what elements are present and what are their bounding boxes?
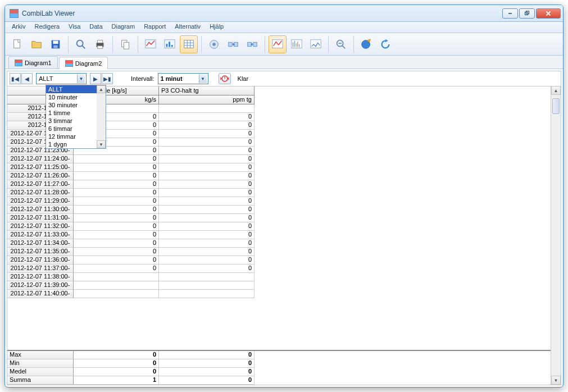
table-row[interactable]: 2012-12-07 11:32:00-00 [7,222,551,231]
table-row[interactable]: 2012-12-07 11:33:00-00 [7,231,551,239]
dropdown-scrollbar[interactable]: ▲ ▼ [97,85,106,148]
chart-bars-button[interactable] [161,35,179,53]
table-row[interactable]: 2012-12-07 11:34:00-00 [7,239,551,248]
table-row[interactable]: 2012-12-07 11:27:00-00 [7,180,551,189]
range-option[interactable]: 6 timmar [46,125,97,133]
menu-alternativ[interactable]: Alternativ [170,22,205,33]
menu-redigera[interactable]: Redigera [30,22,64,33]
table-row[interactable]: 2012-12-07 11:25:00-00 [7,163,551,172]
header-col2-unit[interactable]: ppm tg [159,95,255,104]
menu-diagram[interactable]: Diagram [107,22,140,33]
range-option[interactable]: ALLT [46,85,97,93]
chart-line-button[interactable] [142,35,160,53]
header-col2[interactable]: P3 CO-halt tg [159,86,255,95]
interval-dropdown[interactable]: 1 minut ▼ [158,73,208,84]
tab-diagram2[interactable]: Diagram2 [59,57,108,69]
restore-button[interactable] [519,8,535,19]
vertical-scrollbar[interactable]: ▲ ▼ [551,86,561,385]
value-cell: 0 [159,163,255,172]
range-option[interactable]: 10 minuter [46,93,97,101]
scroll-up-icon[interactable]: ▲ [97,85,106,93]
value-cell: 0 [74,222,159,231]
minimize-button[interactable] [502,8,518,19]
sync-right-button[interactable] [243,35,261,53]
tab-diagram1[interactable]: Diagram1 [8,56,58,69]
value-cell [159,290,255,298]
dropdown-arrow-icon: ▼ [77,74,85,83]
toolbar-separator [138,36,138,53]
print-button[interactable] [91,35,109,53]
summary-label: Summa [7,376,74,385]
table-row[interactable]: 2012-12-07 11:35:00-00 [7,248,551,256]
svg-rect-5 [14,39,20,48]
globe-button[interactable] [357,35,375,53]
tab-label: Diagram1 [25,60,52,66]
range-dropdown-list[interactable]: ALLT10 minuter30 minuter1 timme3 timmar6… [46,85,106,149]
table-row[interactable]: 2012-12-07 11:40:00- [7,290,551,298]
value-cell: 0 [74,163,159,172]
nav-last-button[interactable]: ▶▮ [102,73,113,84]
scroll-down-icon[interactable]: ▼ [97,140,106,148]
range-option[interactable]: 30 minuter [46,101,97,109]
table-row[interactable]: 2012-12-07 11:26:00-00 [7,172,551,180]
preview-button[interactable] [72,35,90,53]
refresh-button[interactable] [376,35,394,53]
value-cell: 0 [159,113,255,121]
table-row[interactable]: 2012-12-07 11:38:00- [7,273,551,281]
sync-left-button[interactable] [224,35,242,53]
nav-next-button[interactable]: ▶ [90,73,101,84]
time-cell: 2012-12-07 11:29:00- [7,197,74,206]
table-row[interactable]: 2012-12-07 11:24:00-00 [7,155,551,163]
chart-type-a-button[interactable] [269,35,287,53]
save-button[interactable] [47,35,65,53]
value-cell: 0 [159,265,255,273]
table-row[interactable]: 2012-12-07 11:39:00- [7,281,551,290]
nav-first-button[interactable]: ▮◀ [10,73,21,84]
scroll-up-icon[interactable]: ▲ [551,86,561,95]
menu-data[interactable]: Data [85,22,107,33]
table-row[interactable]: 2012-12-07 11:36:00-00 [7,256,551,265]
value-cell: 0 [159,155,255,163]
scroll-down-icon[interactable]: ▼ [551,376,561,385]
summary-value: 0 [74,359,159,368]
range-dropdown[interactable]: ALLT ▼ [36,73,87,84]
nav-prev-button[interactable]: ◀ [21,73,33,84]
value-cell: 0 [159,239,255,248]
range-option[interactable]: 3 timmar [46,117,97,125]
close-button[interactable] [536,8,561,19]
table-row[interactable]: 2012-12-07 11:37:00-00 [7,265,551,273]
value-cell [74,273,159,281]
live-clock-button[interactable] [219,73,231,84]
table-row[interactable]: 2012-12-07 11:28:00-00 [7,189,551,197]
menu-visa[interactable]: Visa [64,22,85,33]
scrollbar-thumb[interactable] [552,98,560,114]
time-cell: 2012-12-07 11:34:00- [7,239,74,248]
copy-button[interactable] [116,35,134,53]
title-bar[interactable]: CombiLab Viewer [5,5,563,22]
settings-button[interactable] [205,35,223,53]
value-cell: 0 [159,147,255,155]
range-option[interactable]: 12 timmar [46,133,97,140]
menu-hjälp[interactable]: Hjälp [205,22,228,33]
time-cell: 2012-12-07 11:36:00- [7,256,74,265]
value-cell: 0 [159,121,255,130]
chart-type-b-button[interactable] [288,35,306,53]
nav-group-left: ▮◀ ◀ [10,73,33,84]
table-row[interactable]: 2012-12-07 11:31:00-00 [7,214,551,222]
value-cell: 0 [74,214,159,222]
value-cell: 0 [74,180,159,189]
range-option[interactable]: 1 dygn [46,140,97,148]
table-row[interactable]: 2012-12-07 11:29:00-00 [7,197,551,206]
menu-rapport[interactable]: Rapport [139,22,170,33]
menu-arkiv[interactable]: Arkiv [7,22,30,33]
table-view-button[interactable] [180,35,198,53]
value-cell: 0 [74,197,159,206]
zoom-out-button[interactable] [332,35,350,53]
new-file-button[interactable] [8,35,26,53]
content-area: ▮◀ ◀ ALLT ▼ ▶ ▶▮ Intervall: 1 minut ▼ Kl… [7,71,561,385]
time-cell: 2012-12-07 11:28:00- [7,189,74,197]
table-row[interactable]: 2012-12-07 11:30:00-00 [7,206,551,214]
open-file-button[interactable] [28,35,46,53]
range-option[interactable]: 1 timme [46,109,97,117]
chart-type-c-button[interactable] [307,35,325,53]
